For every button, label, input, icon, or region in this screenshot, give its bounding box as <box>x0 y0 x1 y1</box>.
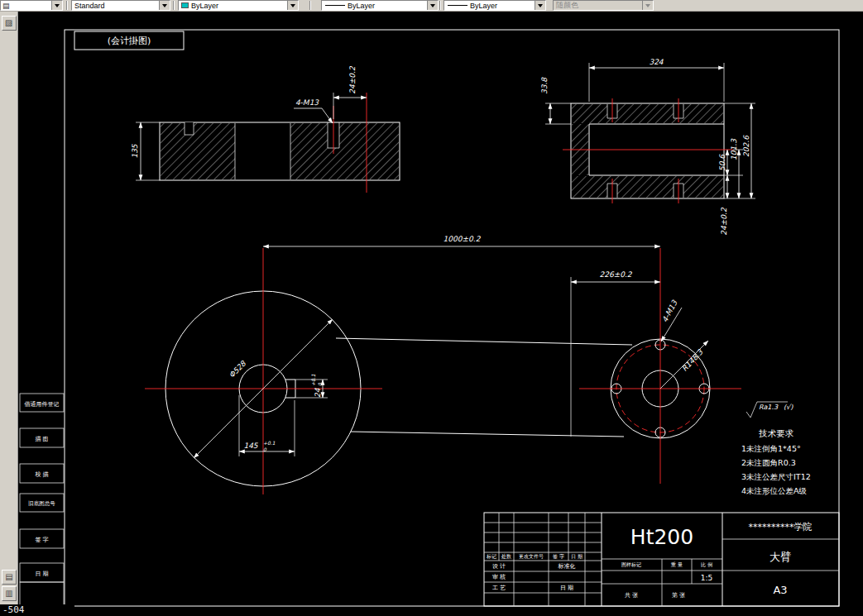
dim-24-flange: 24±0.2 <box>720 207 728 236</box>
dim-4m13-top: 4-M13 <box>295 98 319 107</box>
plan-view-dimensions: 1000±0.2 226±0.2 Φ528 145 +0.1 0 <box>194 235 708 458</box>
sig-label: 审 核 <box>492 574 506 580</box>
drawing-viewport[interactable]: 借通用件登记 描 图 校 描 旧底图总号 签 字 日 期 (会计掛图) <box>18 12 863 616</box>
section-view <box>160 93 733 203</box>
chevron-down-icon[interactable] <box>427 1 438 10</box>
tech-req-title: 技术要求 <box>759 428 794 438</box>
chevron-down-icon[interactable] <box>642 1 653 10</box>
chevron-down-icon[interactable] <box>51 1 62 10</box>
roughness-value: Ra1.3 <box>759 404 779 411</box>
dim-145-tol-upper: +0.1 <box>263 440 276 446</box>
part-name: 大臂 <box>770 551 791 563</box>
plotstyle-dropdown[interactable]: 随颜色 <box>553 0 654 11</box>
info-header-cell: 图样标记 <box>621 561 641 568</box>
lineweight-dropdown[interactable]: ByLayer <box>443 0 546 11</box>
chevron-down-icon[interactable] <box>535 1 545 10</box>
color-dropdown[interactable]: ByLayer <box>178 0 299 11</box>
info-header-cell: 重 量 <box>670 561 683 567</box>
sig-label: 日 期 <box>560 585 573 591</box>
margin-block-label: 旧底图总号 <box>28 500 55 507</box>
rev-header-cell: 标记 <box>486 553 496 560</box>
info-header-cell: 比 例 <box>701 561 712 568</box>
left-toolbar-button-1[interactable]: ▨ <box>2 16 17 31</box>
style-dropdown[interactable]: Standard <box>71 0 170 11</box>
dim-135: 135 <box>131 143 139 158</box>
dim-202-6: 202.6 <box>742 135 750 157</box>
lineweight-sample-icon <box>448 5 467 6</box>
properties-toolbar: ▤ Standard ByLayer ByLayer ByLayer 随颜 <box>0 0 863 12</box>
status-fragment: -504 <box>0 604 74 616</box>
sig-label: 设 计 <box>492 563 506 570</box>
tech-req-line: 3未注公差尺寸IT12 <box>741 472 811 481</box>
chevron-down-icon[interactable] <box>159 1 170 10</box>
rev-header-cell: 更改文件号 <box>519 553 544 559</box>
left-toolbar-strip: ▨ ▤ ▥ <box>0 12 18 616</box>
margin-block-label: 签 字 <box>35 537 48 543</box>
title-block: 标记 处数 更改文件号 签 字 日 期 设 计 审 核 工 艺 标准化 日 期 … <box>484 513 839 606</box>
drawing-canvas[interactable]: 借通用件登记 描 图 校 描 旧底图总号 签 字 日 期 (会计掛图) <box>18 12 863 616</box>
view-label: (会计掛图) <box>108 36 151 46</box>
dim-24-slot-tol-upper: +0.1 <box>310 374 316 386</box>
linetype-value: ByLayer <box>345 2 427 10</box>
sheet-margin-blocks: 借通用件登记 描 图 校 描 旧底图总号 签 字 日 期 <box>20 394 64 606</box>
roughness-check-suffix: (√) <box>784 404 793 411</box>
technical-requirements: Ra1.3 (√) 技术要求 1未注倒角1*45° 2未注圆角R0.3 3未注公… <box>741 402 811 495</box>
dim-101-3: 101.3 <box>730 138 738 160</box>
margin-block-label: 描 图 <box>35 436 48 442</box>
paper-size: A3 <box>773 584 787 596</box>
sheet-number: 第 张 <box>672 592 685 599</box>
sig-label: 工 艺 <box>492 585 506 591</box>
dim-324: 324 <box>649 58 663 66</box>
linetype-dropdown[interactable]: ByLayer <box>321 0 439 11</box>
view-label-box: (会计掛图) <box>74 31 184 50</box>
rev-header-cell: 处数 <box>501 553 511 560</box>
layers-icon: ▤ <box>2 2 10 10</box>
rev-header-cell: 日 期 <box>571 553 583 560</box>
margin-block-label: 校 描 <box>34 471 48 478</box>
sig-label: 标准化 <box>558 563 576 570</box>
rev-header-cell: 签 字 <box>553 553 564 559</box>
dim-24-slot-tol-lower: 0 <box>317 382 323 386</box>
color-swatch-icon <box>181 2 189 8</box>
margin-block-label: 日 期 <box>35 571 48 577</box>
dim-226: 226±0.2 <box>599 270 632 279</box>
roughness-check-icon <box>746 402 757 418</box>
toolbar-separator <box>309 1 311 10</box>
margin-block-label: 借通用件登记 <box>25 400 60 408</box>
color-value: ByLayer <box>189 2 287 10</box>
tech-req-line: 4未注形位公差A级 <box>741 486 807 495</box>
scale-value: 1:5 <box>701 574 712 582</box>
sheet-count: 共 张 <box>625 592 638 599</box>
dim-dia528: Φ528 <box>228 359 248 380</box>
left-toolbar-button-3[interactable]: ▥ <box>2 586 17 601</box>
tech-req-line: 1未注倒角1*45° <box>741 444 801 453</box>
toolbar-separator <box>66 1 68 10</box>
left-toolbar-bottom-group: ▤ ▥ <box>0 568 18 603</box>
dim-1000: 1000±0.2 <box>443 235 482 243</box>
dim-24-slot: 24 <box>314 388 322 398</box>
plotstyle-value: 随颜色 <box>554 0 642 11</box>
chevron-down-icon[interactable] <box>287 1 298 10</box>
dim-50-6: 50.6 <box>718 154 726 171</box>
dim-4m13-plan: 4-M13 <box>660 298 679 324</box>
organization-name: **********学院 <box>749 522 813 532</box>
style-value: Standard <box>72 2 159 10</box>
dim-145: 145 <box>243 442 258 450</box>
toolbar-separator <box>173 1 175 10</box>
material-label: Ht200 <box>630 525 693 549</box>
application-window: ▤ Standard ByLayer ByLayer ByLayer 随颜 <box>0 0 863 616</box>
layer-dropdown[interactable]: ▤ <box>0 0 63 11</box>
lineweight-value: ByLayer <box>467 2 535 10</box>
dim-33-8: 33.8 <box>540 77 549 94</box>
toolbar-separator <box>439 1 441 10</box>
tech-req-line: 2未注圆角R0.3 <box>741 458 796 467</box>
dim-24-top: 24±0.2 <box>348 65 357 94</box>
linetype-sample-icon <box>325 5 345 6</box>
left-toolbar-button-2[interactable]: ▤ <box>2 570 17 585</box>
